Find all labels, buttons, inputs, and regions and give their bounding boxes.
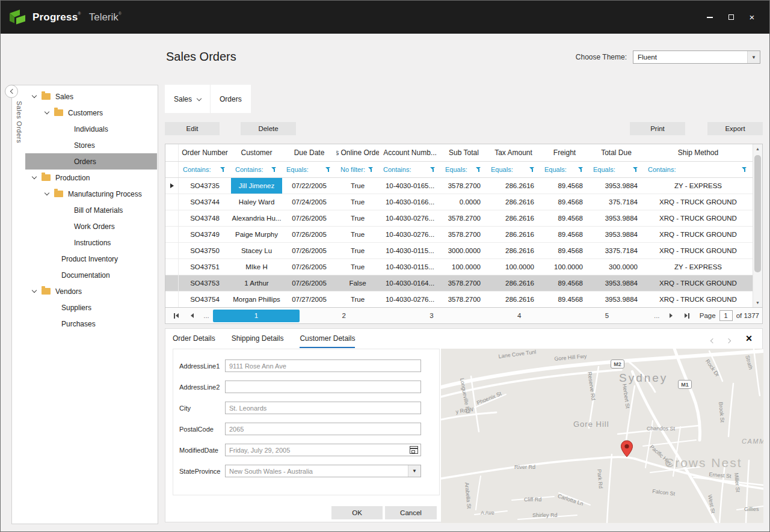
breadcrumb-item-orders[interactable]: Orders (211, 85, 251, 113)
cell[interactable]: 3578.2700 (441, 292, 487, 307)
cell[interactable]: MIke H (231, 259, 282, 275)
cell[interactable]: SO43735 (179, 178, 231, 194)
pager-page-5[interactable]: 5 (564, 310, 650, 322)
pager-page-input[interactable]: 1 (719, 310, 733, 321)
cell[interactable]: 89.4568 (540, 210, 589, 226)
cell[interactable]: True (336, 259, 379, 275)
cell[interactable]: 286.2616 (487, 210, 540, 226)
cell[interactable]: 10-4030-0276... (379, 227, 441, 242)
grid-row-SO43744[interactable]: SO43744Haley Ward07/24/2005True10-4030-0… (165, 194, 753, 210)
cell[interactable]: 286.2616 (487, 292, 540, 307)
column-header-account-numb[interactable]: Account Numb... (379, 144, 441, 161)
filter-cell-9[interactable]: Contains: (644, 162, 753, 177)
minimize-button[interactable] (701, 10, 719, 25)
column-header-customer[interactable]: Customer (231, 144, 282, 161)
cell[interactable]: True (336, 227, 379, 242)
filter-funnel-icon[interactable] (633, 167, 638, 173)
cell[interactable]: 07/26/2005 (282, 259, 336, 275)
cell[interactable]: 07/26/2005 (282, 243, 336, 258)
pager-first-button[interactable] (168, 308, 184, 323)
cancel-button[interactable]: Cancel (385, 506, 437, 519)
grid-row-SO43735[interactable]: SO43735Jill Jimenez07/22/2005True10-4030… (165, 178, 753, 194)
pager-page-3[interactable]: 3 (389, 310, 475, 322)
tree-item-documentation[interactable]: Documentation (25, 267, 157, 283)
cell[interactable]: 3953.9884 (589, 178, 644, 194)
cell[interactable]: 3375.7184 (589, 243, 644, 258)
filter-funnel-icon[interactable] (220, 167, 226, 173)
close-button[interactable]: × (743, 10, 761, 25)
cell[interactable]: 3578.2700 (441, 178, 487, 194)
city-input[interactable]: St. Leonards (225, 402, 421, 414)
stateprovince-input[interactable]: New South Wales - Australia▼ (225, 465, 421, 477)
grid-row-SO43750[interactable]: SO43750Stacey Lu07/26/2005True10-4030-01… (165, 243, 753, 259)
cell[interactable]: SO43751 (179, 259, 231, 275)
cell[interactable]: Alexandria Hu... (231, 210, 282, 226)
addressline2-input[interactable] (225, 381, 421, 393)
cell[interactable]: 10-4030-0165... (379, 178, 441, 194)
tree-item-suppliers[interactable]: Suppliers (25, 299, 157, 316)
cell[interactable]: True (336, 292, 379, 307)
pane-collapse-button[interactable] (5, 85, 18, 98)
cell[interactable]: ZY - EXPRESS (644, 178, 753, 194)
column-header-order-number[interactable]: Order Number (179, 144, 231, 161)
scrollbar-thumb[interactable] (754, 155, 761, 272)
detail-close-button[interactable]: × (743, 332, 755, 345)
tree-item-bill-of-materials[interactable]: Bill of Materials (25, 202, 157, 218)
tree-item-customers[interactable]: Customers (25, 105, 157, 121)
cell[interactable]: 3578.2700 (441, 227, 487, 242)
filter-funnel-icon[interactable] (476, 167, 481, 173)
cell[interactable]: 07/26/2005 (282, 275, 336, 291)
cell[interactable]: 07/24/2005 (282, 194, 336, 210)
cell[interactable]: 89.4568 (540, 227, 589, 242)
cell[interactable]: 3953.9884 (589, 292, 644, 307)
cell[interactable]: 10-4030-0166... (379, 194, 441, 210)
cell[interactable]: 1 Arthur (231, 275, 282, 291)
cell[interactable]: 07/26/2005 (282, 227, 336, 242)
breadcrumb-item-sales[interactable]: Sales (165, 85, 211, 113)
export-button[interactable]: Export (707, 122, 763, 135)
cell[interactable]: 3578.2700 (441, 210, 487, 226)
cell[interactable]: 3000.0000 (441, 243, 487, 258)
addressline1-input[interactable]: 9111 Rose Ann Ave (225, 359, 421, 372)
cell[interactable]: 286.2616 (487, 275, 540, 291)
pager-page-2[interactable]: 2 (301, 310, 387, 322)
filter-funnel-icon[interactable] (430, 167, 436, 173)
tree-item-orders[interactable]: Orders (25, 153, 157, 170)
cell[interactable]: Jill Jimenez (231, 178, 282, 194)
cell[interactable]: True (336, 178, 379, 194)
filter-funnel-icon[interactable] (271, 167, 277, 173)
cell[interactable]: XRQ - TRUCK GROUND (644, 210, 753, 226)
tree-item-vendors[interactable]: Vendors (25, 283, 157, 299)
cell[interactable]: False (336, 275, 379, 291)
tab-order-details[interactable]: Order Details (173, 334, 215, 348)
cell[interactable]: 89.4568 (540, 243, 589, 258)
filter-cell-8[interactable]: Equals: (589, 162, 644, 177)
filter-cell-2[interactable]: Equals: (282, 162, 336, 177)
filter-funnel-icon[interactable] (325, 167, 331, 173)
column-header-tax-amount[interactable]: Tax Amount (487, 144, 540, 161)
tree-item-stores[interactable]: Stores (25, 137, 157, 153)
cell[interactable]: SO43748 (179, 210, 231, 226)
cell[interactable]: 3578.2700 (441, 275, 487, 291)
grid-row-SO43751[interactable]: SO43751MIke H07/26/2005True10-4030-0115.… (165, 259, 753, 275)
filter-cell-7[interactable]: Equals: (540, 162, 589, 177)
cell[interactable]: XRQ - TRUCK GROUND (644, 243, 753, 258)
cell[interactable]: 286.2616 (487, 178, 540, 194)
filter-cell-4[interactable]: Contains: (379, 162, 441, 177)
cell[interactable]: 375.7184 (589, 194, 644, 210)
column-header-is-online-order[interactable]: Is Online Order (336, 144, 379, 161)
cell[interactable]: 10-4030-0276... (379, 210, 441, 226)
maximize-button[interactable] (722, 10, 740, 25)
ok-button[interactable]: OK (331, 506, 383, 519)
cell[interactable]: 3953.9884 (589, 210, 644, 226)
column-header-sub-total[interactable]: Sub Total (441, 144, 487, 161)
chevron-down-icon[interactable]: ▼ (747, 51, 760, 63)
expander-icon[interactable] (45, 109, 49, 114)
cell[interactable]: XRQ - TRUCK GROUND (644, 194, 753, 210)
tree-item-product-inventory[interactable]: Product Inventory (25, 251, 157, 267)
cell[interactable]: Morgan Phillips (231, 292, 282, 307)
filter-funnel-icon[interactable] (368, 167, 374, 173)
scroll-down-icon[interactable]: ▼ (753, 301, 762, 305)
cell[interactable]: 07/26/2005 (282, 210, 336, 226)
cell[interactable]: 07/22/2005 (282, 178, 336, 194)
